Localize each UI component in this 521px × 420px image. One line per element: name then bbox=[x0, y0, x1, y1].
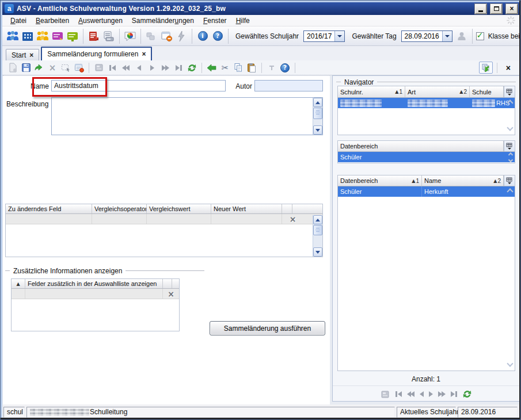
status-app: schul bbox=[3, 407, 25, 418]
scroll-up-button[interactable] bbox=[313, 98, 322, 107]
navigator-refresh-button[interactable] bbox=[479, 62, 493, 74]
scroll-down-button[interactable] bbox=[313, 247, 322, 257]
undo-icon[interactable] bbox=[33, 62, 45, 74]
column-header-schulnr[interactable]: Schulnr. ▲1 bbox=[338, 86, 405, 97]
tab-start[interactable]: Start× bbox=[6, 49, 39, 60]
keep-class-checkbox[interactable]: ✓ bbox=[476, 32, 484, 40]
fast-backward-icon bbox=[407, 391, 414, 397]
column-picker-icon[interactable] bbox=[504, 141, 515, 151]
info-icon[interactable]: i bbox=[196, 29, 210, 43]
table-header-row: Schulnr. ▲1 Art ▲2 Schule bbox=[338, 86, 515, 98]
selection-row-selected[interactable]: Schüler Herkunft bbox=[338, 186, 515, 197]
selection-table: Datenbereich ▲1 Name ▲2 Schüler Herkunft bbox=[337, 175, 515, 371]
table-header-row: Zu änderndes Feld Vergleichsoperator Ver… bbox=[6, 204, 322, 214]
board-green-icon[interactable] bbox=[66, 29, 79, 43]
redacted-username bbox=[30, 408, 89, 416]
back-icon[interactable] bbox=[206, 62, 218, 74]
delete-record-icon: × bbox=[47, 62, 58, 74]
maximize-button[interactable] bbox=[490, 4, 502, 14]
report-book-icon[interactable] bbox=[87, 29, 101, 43]
column-header[interactable]: Neuer Wert bbox=[211, 204, 282, 213]
print-list-icon[interactable] bbox=[102, 29, 116, 43]
lightning-icon[interactable] bbox=[174, 29, 188, 43]
scroll-down-button[interactable] bbox=[313, 125, 322, 135]
tab-sammelaenderung-formulieren[interactable]: Sammeländerung formulieren× bbox=[41, 47, 152, 60]
minimize-button[interactable] bbox=[475, 4, 486, 14]
column-picker-icon[interactable] bbox=[504, 175, 515, 186]
autor-label: Autor bbox=[230, 82, 252, 90]
scroll-down-icon[interactable] bbox=[507, 360, 513, 366]
board-magenta-icon[interactable] bbox=[51, 29, 64, 43]
textarea-scrollbar[interactable] bbox=[313, 98, 322, 135]
datenbereich-row-selected[interactable]: Schüler bbox=[338, 152, 515, 162]
copy-icon[interactable] bbox=[233, 62, 244, 74]
column-header[interactable]: Zu änderndes Feld bbox=[6, 204, 92, 213]
window-title: ASV - Amtliche Schulverwaltung Version 1… bbox=[17, 5, 471, 13]
cut-icon[interactable]: ✂ bbox=[219, 62, 231, 74]
sort-column-header[interactable]: ▲ bbox=[12, 279, 25, 288]
menu-datei[interactable]: Datei bbox=[6, 16, 31, 26]
column-picker-icon[interactable] bbox=[504, 86, 515, 97]
chevron-down-icon[interactable] bbox=[442, 31, 452, 41]
fast-backward-icon bbox=[120, 62, 131, 74]
column-header-name[interactable]: Name ▲2 bbox=[422, 175, 504, 186]
execute-button[interactable]: Sammeländerung ausführen bbox=[210, 321, 325, 335]
redacted-schulnr bbox=[340, 100, 382, 107]
beschreibung-textarea[interactable] bbox=[51, 97, 323, 135]
last-record-icon bbox=[451, 391, 457, 397]
empty-entry-row[interactable]: × bbox=[6, 214, 322, 224]
menu-hilfe[interactable]: Hilfe bbox=[231, 16, 254, 26]
menu-fenster[interactable]: Fenster bbox=[199, 16, 231, 26]
help-icon[interactable]: ? bbox=[211, 29, 225, 43]
delete-row-icon[interactable]: × bbox=[282, 214, 303, 224]
column-header-schule[interactable]: Schule bbox=[470, 86, 504, 97]
scroll-down-icon[interactable] bbox=[507, 124, 513, 131]
column-header-datenbereich[interactable]: Datenbereich ▲1 bbox=[338, 175, 422, 186]
column-header-art[interactable]: Art ▲2 bbox=[405, 86, 470, 97]
day-combobox[interactable]: 28.09.2016 bbox=[401, 30, 452, 42]
status-user: Schulleitung bbox=[26, 407, 395, 418]
maximize-icon bbox=[494, 6, 499, 11]
column-header[interactable]: Felder zusätzlich in der Auswahlliste an… bbox=[25, 279, 163, 288]
panel-close-button[interactable]: × bbox=[501, 63, 515, 72]
menu-auswertungen[interactable]: Auswertungen bbox=[74, 16, 127, 26]
scrollbar-thumb[interactable] bbox=[313, 225, 322, 235]
scrollbar-thumb[interactable] bbox=[313, 108, 322, 119]
menu-bearbeiten[interactable]: Bearbeiten bbox=[31, 16, 74, 26]
tab-close-icon[interactable]: × bbox=[142, 51, 146, 58]
empty-entry-row[interactable]: × bbox=[12, 289, 179, 299]
toolbar-separator bbox=[140, 29, 141, 44]
school-row-selected[interactable]: RHS bbox=[338, 98, 515, 108]
column-header[interactable]: Vergleichsoperator bbox=[92, 204, 147, 213]
column-header-datenbereich[interactable]: Datenbereich bbox=[338, 141, 504, 151]
save-icon[interactable] bbox=[20, 62, 32, 74]
column-header[interactable]: Vergleichswert bbox=[147, 204, 211, 213]
table-scrollbar[interactable] bbox=[313, 215, 322, 257]
form-panel: Name Autor Beschreibung Zu änderndes Fel… bbox=[3, 75, 330, 404]
busy-spinner-icon bbox=[507, 16, 515, 25]
chevron-down-icon[interactable] bbox=[334, 31, 344, 41]
close-button[interactable]: × bbox=[506, 4, 518, 14]
redacted-art bbox=[408, 100, 448, 107]
form-settings-icon[interactable] bbox=[73, 62, 85, 74]
refresh-icon[interactable] bbox=[186, 62, 197, 74]
school-year-value: 2016/17 bbox=[304, 31, 334, 41]
pupils-yellow-icon[interactable] bbox=[36, 29, 50, 43]
menu-sammelaenderungen[interactable]: Sammeländerungen bbox=[127, 16, 199, 26]
tab-close-icon[interactable]: × bbox=[29, 52, 33, 59]
refresh-icon[interactable] bbox=[462, 390, 472, 399]
scroll-up-button[interactable] bbox=[313, 215, 322, 224]
school-year-combobox[interactable]: 2016/17 bbox=[303, 30, 345, 42]
statistics-bubble-icon[interactable] bbox=[123, 29, 137, 43]
fast-forward-icon bbox=[438, 391, 446, 397]
delete-row-icon[interactable]: × bbox=[163, 289, 179, 299]
first-record-icon bbox=[395, 391, 402, 397]
pupils-blue-icon[interactable] bbox=[6, 29, 20, 43]
paste-icon[interactable] bbox=[246, 62, 257, 74]
window-remove-icon[interactable] bbox=[159, 29, 173, 43]
context-help-icon[interactable]: ? bbox=[279, 62, 291, 74]
school-building-icon[interactable] bbox=[21, 29, 35, 43]
toolbar-separator bbox=[192, 29, 192, 44]
next-record-icon bbox=[429, 391, 433, 397]
previous-record-icon bbox=[133, 62, 144, 74]
